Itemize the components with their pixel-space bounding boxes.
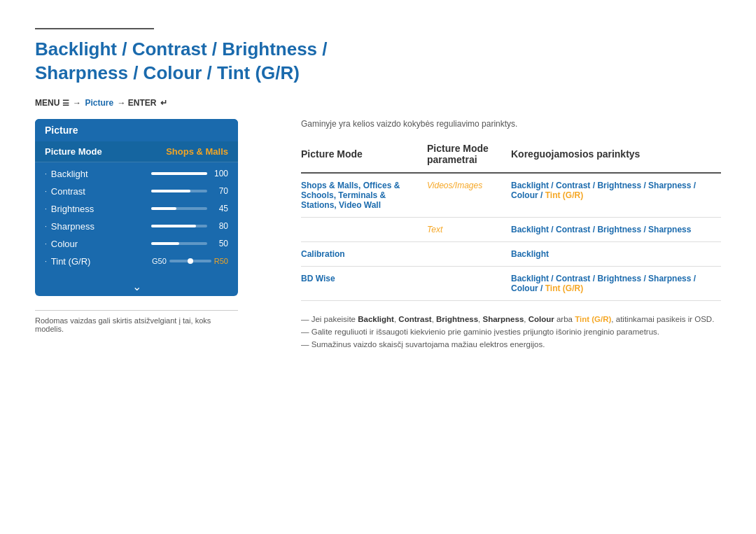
row3-options: Backlight [511,241,721,266]
slider-brightness: 45 [151,204,228,213]
picture-mode-row[interactable]: Picture Mode Shops & Malls [35,141,238,162]
tint-r-value: R50 [214,257,228,265]
item-value-contrast: 70 [211,186,228,196]
item-label-backlight: Backlight [51,169,151,179]
menu-item-colour[interactable]: · Colour 50 [35,235,238,253]
tint-g-value: G50 [152,257,167,265]
chevron-row: ⌄ [35,276,238,296]
row1-params: Videos/Images [427,173,511,218]
tint-label: Tint (G/R) [51,256,152,267]
note-2: Galite reguliuoti ir išsaugoti kiekvieni… [301,328,721,336]
row1-mode: Shops & Malls, Offices & Schools, Termin… [301,173,427,218]
menu-item-sharpness[interactable]: · Sharpness 80 [35,218,238,235]
menu-item-backlight[interactable]: · Backlight 100 [35,165,238,183]
row2-params: Text [427,217,511,241]
row1-options: Backlight / Contrast / Brightness / Shar… [511,173,721,218]
slider-colour: 50 [151,239,228,248]
row4-params [427,266,511,300]
row4-mode: BD Wise [301,266,427,300]
intro-text: Gaminyje yra kelios vaizdo kokybės regul… [301,119,721,129]
item-dot: · [45,188,47,195]
col-header-params: Picture Mode parametrai [427,139,511,173]
menu-item-brightness[interactable]: · Brightness 45 [35,200,238,218]
table-row: BD Wise Backlight / Contrast / Brightnes… [301,266,721,300]
left-column: Picture Picture Mode Shops & Malls · Bac… [35,119,280,333]
panel-header: Picture [35,119,238,141]
chevron-down-icon: ⌄ [132,280,141,293]
top-rule [35,28,154,29]
col-header-mode: Picture Mode [301,139,427,173]
table-row: Shops & Malls, Offices & Schools, Termin… [301,173,721,218]
page-title: Backlight / Contrast / Brightness / Shar… [35,38,721,85]
right-column: Gaminyje yra kelios vaizdo kokybės regul… [301,119,721,353]
picture-mode-label: Picture Mode [45,146,102,157]
row2-options: Backlight / Contrast / Brightness / Shar… [511,217,721,241]
col-header-options: Koreguojamosios parinktys [511,139,721,173]
note-3: Sumažinus vaizdo skaisčį suvartojama maž… [301,340,721,349]
row3-mode: Calibration [301,241,427,266]
row2-mode [301,217,427,241]
item-dot: · [45,205,47,213]
table-row: Calibration Backlight [301,241,721,266]
menu-items-list: · Backlight 100 · Contrast 70 [35,162,238,276]
tint-controls: G50 R50 [152,257,228,265]
item-value-brightness: 45 [211,204,228,213]
tint-dot: · [45,258,47,265]
menu-item-contrast[interactable]: · Contrast 70 [35,183,238,200]
picture-mode-value: Shops & Malls [166,146,228,157]
row4-options: Backlight / Contrast / Brightness / Shar… [511,266,721,300]
note-1: Jei pakeisite Backlight, Contrast, Brigh… [301,315,721,323]
item-label-contrast: Contrast [51,186,151,197]
slider-sharpness: 80 [151,221,228,231]
item-value-backlight: 100 [211,169,228,178]
slider-contrast: 70 [151,186,228,196]
item-dot: · [45,240,47,248]
item-value-colour: 50 [211,239,228,248]
item-dot: · [45,170,47,178]
item-label-colour: Colour [51,239,151,249]
bottom-note: Rodomas vaizdas gali skirtis atsižvelgia… [35,310,238,333]
slider-backlight: 100 [151,169,228,178]
table-row: Text Backlight / Contrast / Brightness /… [301,217,721,241]
item-label-sharpness: Sharpness [51,221,151,232]
item-label-brightness: Brightness [51,204,151,214]
notes-section: Jei pakeisite Backlight, Contrast, Brigh… [301,315,721,349]
row3-params [427,241,511,266]
info-table: Picture Mode Picture Mode parametrai Kor… [301,139,721,301]
item-value-sharpness: 80 [211,221,228,231]
menu-item-tint[interactable]: · Tint (G/R) G50 R50 [35,253,238,270]
menu-instruction: MENU ☰ → Picture → ENTER ↵ [35,98,721,108]
item-dot: · [45,223,47,230]
picture-panel: Picture Picture Mode Shops & Malls · Bac… [35,119,238,296]
